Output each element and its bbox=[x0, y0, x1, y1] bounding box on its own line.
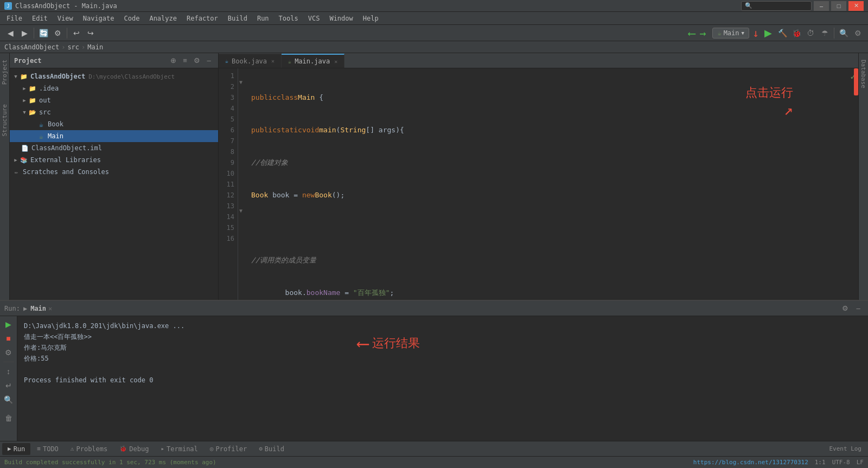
code-editor[interactable]: 1 2 3 4 5 6 7 8 9 10 11 12 13 14 15 16 bbox=[219, 68, 858, 300]
run-scroll-button[interactable]: ↕ bbox=[3, 366, 15, 377]
menu-edit[interactable]: Edit bbox=[28, 14, 52, 23]
run-button[interactable]: ▶ bbox=[762, 27, 774, 39]
title-bar: J ClassAndObject - Main.java 🔍 – □ ✕ bbox=[0, 0, 868, 12]
run-config-icon: ☕ bbox=[717, 29, 721, 37]
fold-gutter: ▼ ▼ bbox=[238, 68, 247, 300]
maximize-button[interactable]: □ bbox=[831, 1, 846, 11]
tree-item-idea[interactable]: ▶ 📁 .idea bbox=[10, 82, 218, 94]
structure-panel-label[interactable]: Structure bbox=[0, 100, 9, 141]
line-numbers: 1 2 3 4 5 6 7 8 9 10 11 12 13 14 15 16 bbox=[219, 68, 238, 300]
code-line-4: Book book = new Book(); bbox=[251, 190, 858, 201]
database-panel-label[interactable]: Database bbox=[859, 55, 868, 93]
tree-item-main[interactable]: ☕ Main bbox=[10, 130, 218, 142]
run-label: Run: bbox=[4, 305, 20, 312]
menu-help[interactable]: Help bbox=[359, 14, 383, 23]
status-build-message: Build completed successfully in 1 sec, 7… bbox=[4, 459, 216, 466]
fold-arrow-2[interactable]: ▼ bbox=[239, 79, 242, 85]
status-right: https://blog.csdn.net/1312770312 1:1 UTF… bbox=[693, 459, 864, 466]
run-stop-button[interactable]: ■ bbox=[3, 332, 15, 344]
line-num-5: 5 bbox=[219, 114, 238, 125]
build-button[interactable]: 🔨 bbox=[776, 27, 788, 39]
profile-button[interactable]: ⏱ bbox=[805, 27, 816, 39]
undo-button[interactable]: ↩ bbox=[71, 27, 82, 39]
menu-analyze[interactable]: Analyze bbox=[145, 14, 181, 23]
btab-run[interactable]: ▶ Run bbox=[2, 443, 30, 455]
tab-main[interactable]: ☕ Main.java ✕ bbox=[282, 54, 344, 68]
tree-item-extlib[interactable]: ▶ 📚 External Libraries bbox=[10, 154, 218, 166]
sidebar-minimize-button[interactable]: – bbox=[204, 56, 214, 66]
close-button[interactable]: ✕ bbox=[848, 1, 864, 11]
run-filter-button[interactable]: 🔍 bbox=[3, 394, 15, 406]
menu-build[interactable]: Build bbox=[224, 14, 252, 23]
menu-tools[interactable]: Tools bbox=[275, 14, 303, 23]
fold-arrow-14[interactable]: ▼ bbox=[239, 208, 242, 214]
tree-arrow-extlib: ▶ bbox=[12, 156, 20, 164]
code-content[interactable]: public class Main { public static void m… bbox=[247, 68, 858, 300]
project-panel-label[interactable]: Project bbox=[0, 55, 9, 89]
menu-vcs[interactable]: VCS bbox=[304, 14, 324, 23]
redo-button[interactable]: ↪ bbox=[85, 27, 97, 39]
sync-button[interactable]: 🔄 bbox=[37, 27, 49, 39]
btab-todo[interactable]: ≡ TODO bbox=[31, 443, 64, 455]
btab-profiler-label: Profiler bbox=[215, 445, 247, 453]
tab-main-close[interactable]: ✕ bbox=[334, 59, 337, 65]
settings2-button[interactable]: ⚙ bbox=[852, 27, 864, 39]
forward-button[interactable]: ▶ bbox=[18, 27, 30, 39]
tab-book[interactable]: ☕ Book.java ✕ bbox=[219, 54, 282, 68]
breadcrumb-main[interactable]: Main bbox=[87, 43, 103, 51]
btab-problems-icon: ⚠ bbox=[71, 445, 74, 452]
search-everywhere-button[interactable]: 🔍 bbox=[838, 27, 850, 39]
run-output-empty bbox=[24, 364, 861, 375]
btab-build[interactable]: ⚙ Build bbox=[253, 443, 290, 455]
bottom-settings-button[interactable]: ⚙ bbox=[840, 303, 851, 314]
sidebar-settings-button[interactable]: ⚙ bbox=[192, 56, 202, 66]
status-url[interactable]: https://blog.csdn.net/1312770312 bbox=[693, 459, 808, 466]
btab-problems[interactable]: ⚠ Problems bbox=[65, 443, 113, 455]
tree-item-root[interactable]: ▼ 📁 ClassAndObject D:\mycode\ClassAndObj… bbox=[10, 70, 218, 82]
run-clear-button[interactable]: 🗑 bbox=[3, 412, 15, 424]
menu-run[interactable]: Run bbox=[253, 14, 273, 23]
sidebar-title: Project bbox=[14, 57, 42, 65]
menu-navigate[interactable]: Navigate bbox=[79, 14, 119, 23]
sidebar-new-button[interactable]: ⊕ bbox=[168, 56, 178, 66]
tree-path-project: D:\mycode\ClassAndObject bbox=[88, 73, 175, 80]
tree-label-book: Book bbox=[48, 120, 63, 128]
tree-item-iml[interactable]: 📄 ClassAndObject.iml bbox=[10, 142, 218, 154]
tree-item-out[interactable]: ▶ 📁 out bbox=[10, 94, 218, 106]
menu-window[interactable]: Window bbox=[325, 14, 357, 23]
tree-item-src[interactable]: ▼ 📂 src bbox=[10, 106, 218, 118]
run-restart-button[interactable]: ▶ bbox=[3, 318, 15, 330]
btab-run-label: Run bbox=[14, 445, 25, 453]
settings-button[interactable]: ⚙ bbox=[52, 27, 63, 39]
editor-tabs: ☕ Book.java ✕ ☕ Main.java ✕ bbox=[219, 53, 858, 68]
editor-scrollbar[interactable] bbox=[854, 68, 858, 300]
scrollbar-thumb bbox=[854, 68, 858, 95]
bottom-panel-header: Run: ▶ Main ✕ ⚙ – bbox=[0, 301, 868, 316]
minimize-button[interactable]: – bbox=[814, 1, 829, 11]
back-button[interactable]: ◀ bbox=[4, 27, 16, 39]
btab-terminal[interactable]: ▸ Terminal bbox=[155, 443, 203, 455]
code-line-7: book.bookName = "百年孤独"; bbox=[251, 287, 858, 298]
status-linesep: LF bbox=[857, 459, 864, 466]
run-config-selector[interactable]: ☕ Main ▼ bbox=[712, 28, 749, 39]
bottom-minimize-button[interactable]: – bbox=[853, 303, 864, 314]
menu-file[interactable]: File bbox=[2, 14, 27, 23]
tab-book-close[interactable]: ✕ bbox=[271, 58, 275, 64]
sidebar-collapse-button[interactable]: ≡ bbox=[180, 56, 190, 66]
tree-item-book[interactable]: ☕ Book bbox=[10, 118, 218, 130]
event-log-label[interactable]: Event Log bbox=[825, 445, 866, 452]
debug-button[interactable]: 🐞 bbox=[790, 27, 802, 39]
run-wrap-button[interactable]: ↵ bbox=[3, 380, 15, 392]
btab-profiler[interactable]: ◎ Profiler bbox=[205, 443, 252, 455]
run-tab-close[interactable]: ✕ bbox=[48, 305, 52, 312]
menu-code[interactable]: Code bbox=[120, 14, 144, 23]
breadcrumb-project[interactable]: ClassAndObject bbox=[4, 43, 59, 51]
run-settings-button[interactable]: ⚙ bbox=[3, 347, 15, 358]
menu-view[interactable]: View bbox=[53, 14, 78, 23]
coverage-button[interactable]: ☂ bbox=[819, 27, 831, 39]
menu-refactor[interactable]: Refactor bbox=[182, 14, 222, 23]
tree-arrow-src: ▼ bbox=[21, 108, 28, 116]
btab-debug[interactable]: 🐞 Debug bbox=[114, 443, 154, 455]
tree-item-scratches[interactable]: ✏ Scratches and Consoles bbox=[10, 166, 218, 178]
breadcrumb-src[interactable]: src bbox=[67, 43, 79, 51]
